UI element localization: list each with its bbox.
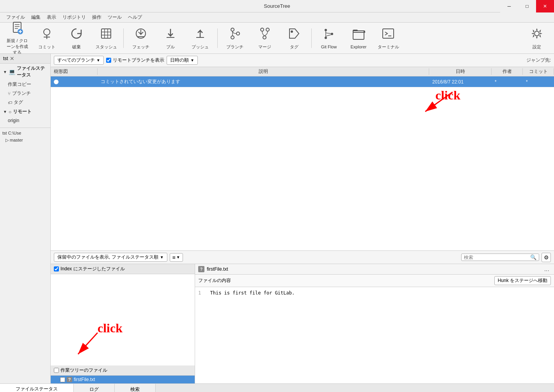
pull-button[interactable]: プル bbox=[156, 24, 185, 52]
sidebar-tab-label: tst bbox=[3, 56, 8, 61]
tab-file-status[interactable]: ファイルステータス bbox=[0, 384, 74, 392]
svg-point-23 bbox=[231, 36, 234, 39]
tab-log[interactable]: ログ bbox=[74, 384, 115, 392]
fetch-button[interactable]: フェッチ bbox=[127, 24, 155, 52]
all-branches-dropdown[interactable]: すべてのブランチ ▼ bbox=[54, 56, 104, 65]
col-header-commit: コミット bbox=[523, 68, 554, 75]
sidebar-item-origin[interactable]: origin bbox=[0, 117, 50, 124]
svg-point-28 bbox=[263, 36, 266, 39]
click-annotation-1: click bbox=[435, 88, 460, 103]
tag-icon bbox=[287, 27, 301, 43]
staged-files-header: Index にステージしたファイル bbox=[51, 264, 195, 274]
gitflow-label: Git Flow bbox=[321, 44, 337, 49]
discard-button[interactable]: 破棄 bbox=[62, 24, 91, 52]
staged-files-label: Index にステージしたファイル bbox=[60, 266, 125, 272]
minimize-button[interactable]: ─ bbox=[500, 0, 518, 12]
commit-desc-cell: コミットされていない変更があります bbox=[98, 78, 429, 85]
menu-help[interactable]: ヘルプ bbox=[125, 13, 145, 21]
diff-header: ? firstFile.txt ... bbox=[195, 264, 554, 275]
svg-point-29 bbox=[291, 30, 293, 33]
menu-operation[interactable]: 操作 bbox=[89, 13, 105, 21]
file-checkbox-firstfile[interactable] bbox=[60, 377, 65, 382]
merge-button[interactable]: マージ bbox=[250, 24, 279, 52]
list-icon: ≡ bbox=[172, 254, 176, 261]
stash-button[interactable]: スタッシュ bbox=[92, 24, 120, 52]
close-button[interactable]: ✕ bbox=[536, 0, 554, 12]
hunk-move-button[interactable]: Hunk をステージへ移動 bbox=[494, 276, 551, 285]
menu-view[interactable]: 表示 bbox=[44, 13, 59, 21]
branch-button[interactable]: ブランチ bbox=[221, 24, 249, 52]
jump-label: ジャンプ先: bbox=[526, 57, 551, 64]
sidebar-section-remote[interactable]: ▼ ○ リモート bbox=[0, 107, 50, 117]
search-input[interactable] bbox=[464, 255, 529, 260]
menu-tools[interactable]: ツール bbox=[105, 13, 125, 21]
commit-dot-icon bbox=[54, 80, 59, 84]
app-title: SourceTree bbox=[264, 3, 290, 9]
pending-files-dropdown[interactable]: 保留中のファイルを表示, ファイルステータス順 ▼ bbox=[54, 253, 167, 262]
new-clone-icon bbox=[10, 21, 24, 37]
tag-button[interactable]: タグ bbox=[280, 24, 308, 52]
sidebar-tab-close[interactable]: ✕ bbox=[10, 55, 14, 62]
maximize-button[interactable]: □ bbox=[518, 0, 536, 12]
commit-toolbar: すべてのブランチ ▼ リモートブランチを表示 日時の順 ▼ ジャンプ先: bbox=[51, 54, 554, 67]
main-layout: tst ✕ ▼ 💻 ファイルステータス 作業コピー ⑂ ブランチ 🏷 タグ ▼ … bbox=[0, 54, 554, 383]
merge-icon bbox=[257, 27, 272, 43]
list-arrow-icon: ▼ bbox=[176, 255, 180, 259]
sidebar-repo-tst[interactable]: tst C:\Use bbox=[0, 129, 50, 137]
list-view-button[interactable]: ≡ ▼ bbox=[170, 253, 183, 262]
commit-date-cell: 2016/8/7 22:01 bbox=[429, 79, 492, 85]
working-tree-files: ? firstFile.txt bbox=[51, 376, 195, 383]
repo-master-label: ▷ master bbox=[2, 138, 23, 143]
computer-icon: 💻 bbox=[9, 69, 15, 75]
show-remote-checkbox[interactable] bbox=[106, 58, 111, 63]
file-question-icon: ? bbox=[67, 377, 72, 382]
menu-file[interactable]: ファイル bbox=[3, 13, 28, 21]
commit-rows: コミットされていない変更があります 2016/8/7 22:01 * * bbox=[51, 76, 554, 250]
origin-label: origin bbox=[8, 118, 19, 123]
tab-search[interactable]: 検索 bbox=[115, 384, 156, 392]
file-panel: Index にステージしたファイル 作業ツリーのファイル ? firstFile bbox=[51, 264, 195, 383]
sort-label: 日時の順 bbox=[170, 57, 189, 64]
svg-point-27 bbox=[266, 28, 269, 31]
svg-point-24 bbox=[236, 32, 240, 35]
explorer-button[interactable]: Explorer bbox=[344, 24, 373, 52]
terminal-button[interactable]: ターミナル bbox=[374, 24, 402, 52]
sidebar-item-tag[interactable]: 🏷 タグ bbox=[0, 98, 50, 107]
commit-button[interactable]: コミット bbox=[33, 24, 61, 52]
terminal-label: ターミナル bbox=[378, 44, 399, 50]
bottom-toolbar: 保留中のファイルを表示, ファイルステータス順 ▼ ≡ ▼ 🔍 ⚙ bbox=[51, 251, 554, 264]
fetch-label: フェッチ bbox=[132, 44, 149, 50]
gitflow-button[interactable]: Git Flow bbox=[315, 24, 343, 52]
col-header-description: 説明 bbox=[98, 68, 429, 75]
separator-1 bbox=[123, 28, 124, 48]
sidebar-repo-master[interactable]: ▷ master bbox=[0, 137, 50, 144]
staged-files-checkbox[interactable] bbox=[54, 266, 59, 271]
stash-label: スタッシュ bbox=[96, 44, 117, 50]
sidebar-tab: tst ✕ bbox=[0, 54, 50, 64]
filter-settings-button[interactable]: ⚙ bbox=[542, 253, 551, 262]
commit-label: コミット bbox=[38, 44, 55, 50]
commit-row-uncommitted[interactable]: コミットされていない変更があります 2016/8/7 22:01 * * bbox=[51, 76, 554, 87]
sidebar-item-working-copy[interactable]: 作業コピー bbox=[0, 80, 50, 89]
settings-icon bbox=[530, 27, 544, 43]
diff-line-number: 1 bbox=[198, 290, 201, 296]
menu-repository[interactable]: リポジトリ bbox=[59, 13, 89, 21]
diff-content: 1 This is first file for GitLab. bbox=[195, 287, 554, 383]
diff-more-button[interactable]: ... bbox=[543, 266, 551, 273]
tag-sidebar-icon: 🏷 bbox=[8, 100, 12, 105]
sort-dropdown[interactable]: 日時の順 ▼ bbox=[167, 56, 198, 65]
file-row-firstfile[interactable]: ? firstFile.txt bbox=[51, 376, 195, 383]
tag-sidebar-label: タグ bbox=[14, 99, 23, 106]
settings-button[interactable]: 設定 bbox=[523, 24, 551, 52]
push-button[interactable]: プッシュ bbox=[186, 24, 214, 52]
sidebar-item-branch[interactable]: ⑂ ブランチ bbox=[0, 89, 50, 98]
commit-hash-cell: * bbox=[523, 79, 554, 85]
commit-tree-cell bbox=[51, 80, 98, 84]
menu-edit[interactable]: 編集 bbox=[28, 13, 44, 21]
new-clone-button[interactable]: 新規 / クローンを作成する bbox=[3, 24, 31, 52]
working-tree-checkbox[interactable] bbox=[54, 368, 59, 373]
remote-section-label: リモート bbox=[13, 108, 32, 115]
svg-point-26 bbox=[261, 28, 264, 31]
sidebar-section-file-status[interactable]: ▼ 💻 ファイルステータス bbox=[0, 64, 50, 80]
show-remote-checkbox-label[interactable]: リモートブランチを表示 bbox=[106, 57, 164, 64]
